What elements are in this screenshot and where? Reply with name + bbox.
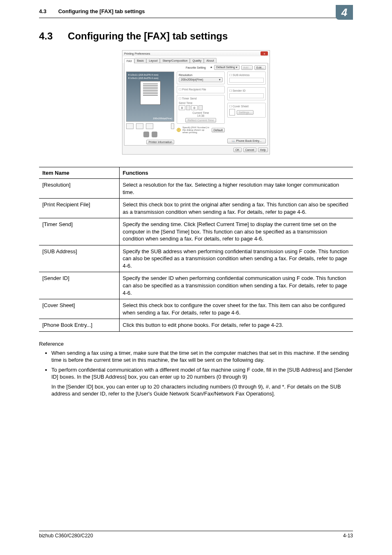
- sender-id-group: ☐ Sender ID: [227, 87, 266, 100]
- resolution-label: Resolution: [179, 74, 223, 76]
- running-head: 4.3 Configuring the [FAX] tab settings: [39, 8, 145, 14]
- reference-bullet: To perform confidential communication wi…: [51, 366, 353, 381]
- table-row: [Print Recipient File]Select this check …: [39, 199, 353, 218]
- page-header: 4.3 Configuring the [FAX] tab settings 4: [0, 0, 392, 14]
- table-row: [Timer Send]Specify the sending time. Cl…: [39, 218, 353, 245]
- table-row: [SUB Address]Specify the SUB address whe…: [39, 245, 353, 272]
- sub-address-input[interactable]: [229, 78, 264, 83]
- favorite-select[interactable]: Default Setting ▾: [214, 65, 240, 70]
- hint-row: ! Specify [FAX Number] in the dialog sho…: [177, 125, 225, 134]
- preview-scrollbar[interactable]: [171, 123, 174, 129]
- table-row: [Cover Sheet]Select this check box to co…: [39, 299, 353, 319]
- cover-sheet-group: ☐ Cover Sheet Settings...: [227, 103, 266, 118]
- dialog-footer: OK Cancel Help: [122, 146, 270, 154]
- dialog-tabs: FAX Basic Layout Stamp/Composition Quali…: [122, 56, 270, 63]
- preview-size-2: 8 1/2x11 (215.9x279.4 mm): [128, 77, 172, 79]
- cell-item: [Print Recipient File]: [39, 199, 119, 218]
- tab-quality[interactable]: Quality: [190, 58, 204, 63]
- preview-indicators: [126, 132, 174, 137]
- cell-item: [Timer Send]: [39, 218, 119, 245]
- resolution-select[interactable]: 200x200dpi(Fine)▾: [179, 77, 223, 82]
- cell-item: [SUB Address]: [39, 245, 119, 272]
- indicator-2: [152, 132, 157, 137]
- tab-fax[interactable]: FAX: [124, 58, 134, 63]
- reference-bullet: When sending a fax using a timer, make s…: [51, 349, 353, 364]
- cancel-button[interactable]: Cancel: [243, 148, 256, 152]
- preview-icon-2[interactable]: [136, 123, 143, 129]
- hint-icon: !: [177, 128, 181, 132]
- printer-info-button[interactable]: Printer Information: [146, 140, 174, 144]
- right-column: ☐ SUB Address ☐ Sender ID ☐ Cover Sheet …: [227, 72, 266, 143]
- chapter-number: 4: [341, 6, 347, 19]
- reflect-current-time-button[interactable]: Reflect Current Time: [185, 118, 216, 123]
- favorite-label: Favorite Setting: [186, 66, 206, 69]
- header-section-num: 4.3: [39, 8, 46, 14]
- ok-button[interactable]: OK: [233, 148, 242, 152]
- th-item-name: Item Name: [39, 167, 119, 179]
- preview-size-1: 8 1/2x11 (215.9x279.4 mm): [128, 74, 172, 76]
- send-mm[interactable]: 0: [191, 105, 198, 110]
- preview-mode-icons: [126, 123, 174, 129]
- center-column: Resolution 200x200dpi(Fine)▾ ☐ Print Rec…: [177, 72, 225, 143]
- timer-send-group: ☐ Timer Send Send Time 0 0 Current Time …: [177, 95, 225, 124]
- cell-item: [Sender ID]: [39, 272, 119, 299]
- dialog-title: Printing Preferences: [124, 52, 150, 55]
- close-icon[interactable]: ✕: [261, 51, 268, 56]
- spin-hh[interactable]: [186, 105, 190, 110]
- preview-icon-3[interactable]: [146, 123, 153, 129]
- cell-func: Select this check box to configure the c…: [119, 299, 353, 319]
- sender-id-checkbox[interactable]: ☐ Sender ID: [229, 89, 245, 92]
- timer-send-checkbox[interactable]: ☐ Timer Send: [179, 97, 197, 100]
- table-row: [Resolution]Select a resolution for the …: [39, 179, 353, 199]
- sender-id-input[interactable]: [229, 93, 264, 98]
- cell-item: [Cover Sheet]: [39, 299, 119, 319]
- cell-func: Specify the sender ID when performing co…: [119, 272, 353, 299]
- preview-icon-1[interactable]: [126, 123, 134, 129]
- reference-label: Reference: [39, 341, 353, 347]
- tab-panel: Favorite Setting ★ Default Setting ▾ Add…: [124, 63, 268, 146]
- resolution-group: Resolution 200x200dpi(Fine)▾: [177, 72, 225, 84]
- current-time-value: 14:38: [179, 114, 223, 117]
- cover-sheet-checkbox[interactable]: ☐ Cover Sheet: [229, 105, 249, 108]
- print-recipient-checkbox[interactable]: ☐ Print Recipient File: [179, 88, 206, 91]
- tab-basic[interactable]: Basic: [134, 58, 146, 63]
- send-time-spinner[interactable]: 0 0: [179, 105, 223, 110]
- sub-address-checkbox[interactable]: ☐ SUB Address: [229, 74, 250, 76]
- tab-layout[interactable]: Layout: [146, 58, 160, 63]
- phone-book-button[interactable]: 📖 Phone Book Entry...: [227, 139, 266, 143]
- section-heading-num: 4.3: [39, 30, 53, 42]
- dialog-titlebar: Printing Preferences ✕: [122, 51, 270, 56]
- tab-stamp[interactable]: Stamp/Composition: [160, 58, 190, 63]
- help-button[interactable]: Help: [258, 148, 268, 152]
- cell-item: [Resolution]: [39, 179, 119, 199]
- header-section-title: Configuring the [FAX] tab settings: [58, 8, 145, 14]
- cell-item: [Phone Book Entry...]: [39, 319, 119, 332]
- send-hh[interactable]: 0: [179, 105, 185, 110]
- cover-settings-button[interactable]: Settings...: [237, 110, 254, 115]
- page-footer: bizhub C360/C280/C220 4-13: [39, 531, 353, 539]
- hint-text: Specify [FAX Number] in the dialog shown…: [182, 126, 210, 134]
- th-functions: Functions: [119, 167, 353, 179]
- cell-func: Specify the sending time. Click [Reflect…: [119, 218, 353, 245]
- chapter-badge: 4: [336, 5, 353, 20]
- add-button[interactable]: Add...: [241, 65, 253, 70]
- cell-func: Click this button to edit phone books. F…: [119, 319, 353, 332]
- tab-about[interactable]: About: [204, 58, 216, 63]
- table-row: [Phone Book Entry...]Click this button t…: [39, 319, 353, 332]
- section-heading: 4.3 Configuring the [FAX] tab settings: [39, 30, 353, 42]
- settings-table: Item Name Functions [Resolution]Select a…: [39, 167, 353, 332]
- spin-mm[interactable]: [198, 105, 203, 110]
- send-time-label: Send Time: [179, 102, 223, 104]
- favorite-row: Favorite Setting ★ Default Setting ▾ Add…: [126, 65, 266, 72]
- default-button[interactable]: Default: [212, 128, 225, 132]
- reference-continuation: In the [Sender ID] box, you can enter up…: [51, 383, 353, 398]
- print-recipient-group: ☐ Print Recipient File: [177, 86, 225, 93]
- edit-button[interactable]: Edit...: [254, 65, 266, 70]
- cell-func: Select this check box to print the origi…: [119, 199, 353, 218]
- cover-sheet-icon: [229, 109, 235, 116]
- header-rule: [39, 18, 353, 18]
- cell-func: Select a resolution for the fax. Selecti…: [119, 179, 353, 199]
- reference-list: When sending a fax using a timer, make s…: [51, 349, 353, 381]
- indicator-1: [143, 132, 149, 137]
- preview-column: 8 1/2x11 (215.9x279.4 mm) 8 1/2x11 (215.…: [126, 72, 174, 143]
